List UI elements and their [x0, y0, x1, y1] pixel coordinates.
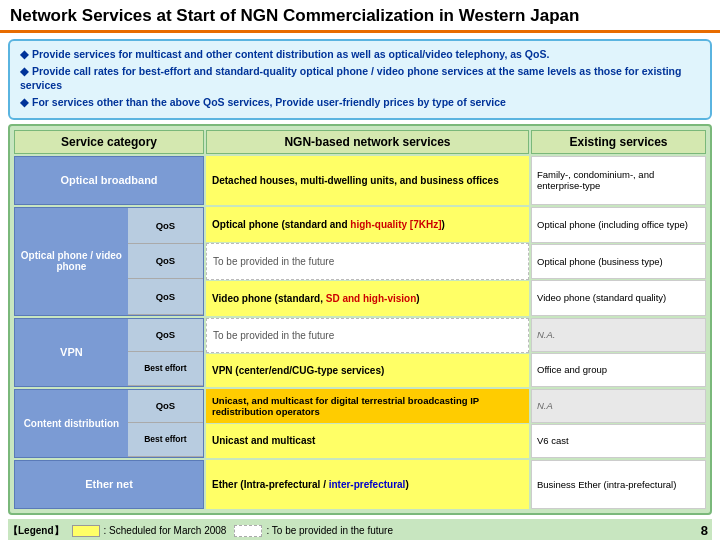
- ngn-content-2: Unicast and multicast: [206, 424, 529, 458]
- header-existing-services: Existing services: [531, 130, 706, 154]
- header-ngn-services: NGN-based network services: [206, 130, 529, 154]
- existing-vpn-1: N.A.: [531, 318, 706, 352]
- ngn-optical-phone-1: Optical phone (standard and high-quality…: [206, 207, 529, 242]
- table-container: Service category NGN-based network servi…: [14, 130, 706, 509]
- existing-ethernet-1: Business Ether (intra-prefectural): [531, 460, 706, 509]
- table-body: Optical broadband Detached houses, multi…: [14, 156, 706, 509]
- mid-vpn: To be provided in the future VPN (center…: [206, 318, 529, 387]
- left-ethernet: Ether net: [14, 460, 204, 509]
- legend-text-yellow: : Scheduled for March 2008: [104, 525, 227, 536]
- left-optical-broadband: Optical broadband: [14, 156, 204, 205]
- table-row: Content distribution QoS Best effort Uni…: [14, 389, 706, 458]
- mid-ethernet: Ether (Intra-prefectural / inter-prefect…: [206, 460, 529, 509]
- legend-box-white: [234, 525, 262, 537]
- category-vpn: VPN: [15, 319, 128, 386]
- right-ethernet: Business Ether (intra-prefectural): [531, 460, 706, 509]
- mid-optical-broadband: Detached houses, multi-dwelling units, a…: [206, 156, 529, 205]
- existing-optical-phone-1: Optical phone (including office type): [531, 207, 706, 243]
- existing-vpn-2: Office and group: [531, 353, 706, 387]
- ngn-content-1: Unicast, and multicast for digital terre…: [206, 389, 529, 423]
- legend-text-white: : To be provided in the future: [266, 525, 393, 536]
- category-optical-broadband: Optical broadband: [15, 157, 203, 204]
- bullet-1: Provide services for multicast and other…: [20, 47, 700, 62]
- sub-labels-content: QoS Best effort: [128, 390, 203, 457]
- right-optical-phone: Optical phone (including office type) Op…: [531, 207, 706, 316]
- main-table-area: Service category NGN-based network servi…: [8, 124, 712, 515]
- right-content: N.A V6 cast: [531, 389, 706, 458]
- legend-item-white: : To be provided in the future: [234, 525, 393, 537]
- sub-qos-content: QoS: [128, 390, 203, 424]
- mid-content: Unicast, and multicast for digital terre…: [206, 389, 529, 458]
- existing-optical-broadband: Family-, condominium-, and enterprise-ty…: [531, 156, 706, 205]
- table-header-row: Service category NGN-based network servi…: [14, 130, 706, 154]
- table-row: Optical broadband Detached houses, multi…: [14, 156, 706, 205]
- sub-qos-3: QoS: [128, 279, 203, 315]
- legend-box-yellow: [72, 525, 100, 537]
- ngn-vpn-2: VPN (center/end/CUG-type services): [206, 354, 529, 387]
- table-row: VPN QoS Best effort To be provided in th…: [14, 318, 706, 387]
- legend-item-yellow: : Scheduled for March 2008: [72, 525, 227, 537]
- sub-labels-optical-phone: QoS QoS QoS: [128, 208, 203, 315]
- ngn-ethernet-1: Ether (Intra-prefectural / inter-prefect…: [206, 460, 529, 509]
- ngn-optical-phone-3: Video phone (standard, SD and high-visio…: [206, 281, 529, 316]
- bullet-3: For services other than the above QoS se…: [20, 95, 700, 110]
- bullet-2: Provide call rates for best-effort and s…: [20, 64, 700, 93]
- right-vpn: N.A. Office and group: [531, 318, 706, 387]
- header-service-category: Service category: [14, 130, 204, 154]
- title-bar: Network Services at Start of NGN Commerc…: [0, 0, 720, 33]
- page-title: Network Services at Start of NGN Commerc…: [10, 6, 710, 26]
- right-optical-broadband: Family-, condominium-, and enterprise-ty…: [531, 156, 706, 205]
- existing-optical-phone-3: Video phone (standard quality): [531, 280, 706, 316]
- sub-best-effort-content: Best effort: [128, 423, 203, 457]
- category-content: Content distribution: [15, 390, 128, 457]
- sub-qos-1: QoS: [128, 208, 203, 244]
- sub-labels-vpn: QoS Best effort: [128, 319, 203, 386]
- mid-optical-phone: Optical phone (standard and high-quality…: [206, 207, 529, 316]
- ngn-vpn-1: To be provided in the future: [206, 318, 529, 353]
- category-ethernet: Ether net: [15, 461, 203, 508]
- table-row: Optical phone / video phone QoS QoS QoS …: [14, 207, 706, 316]
- page-number: 8: [701, 523, 712, 538]
- legend-bar: 【Legend】 : Scheduled for March 2008 : To…: [8, 519, 712, 540]
- left-content: Content distribution QoS Best effort: [14, 389, 204, 458]
- bullet-box: Provide services for multicast and other…: [8, 39, 712, 120]
- sub-qos-vpn: QoS: [128, 319, 203, 353]
- category-optical-phone: Optical phone / video phone: [15, 208, 128, 315]
- ngn-optical-phone-2: To be provided in the future: [206, 243, 529, 280]
- sub-qos-2: QoS: [128, 244, 203, 280]
- table-row: Ether net Ether (Intra-prefectural / int…: [14, 460, 706, 509]
- left-vpn: VPN QoS Best effort: [14, 318, 204, 387]
- existing-content-1: N.A: [531, 389, 706, 423]
- sub-best-effort-vpn: Best effort: [128, 352, 203, 386]
- existing-optical-phone-2: Optical phone (business type): [531, 244, 706, 280]
- left-optical-phone: Optical phone / video phone QoS QoS QoS: [14, 207, 204, 316]
- legend-label: 【Legend】: [8, 524, 64, 538]
- ngn-optical-broadband: Detached houses, multi-dwelling units, a…: [206, 156, 529, 205]
- existing-content-2: V6 cast: [531, 424, 706, 458]
